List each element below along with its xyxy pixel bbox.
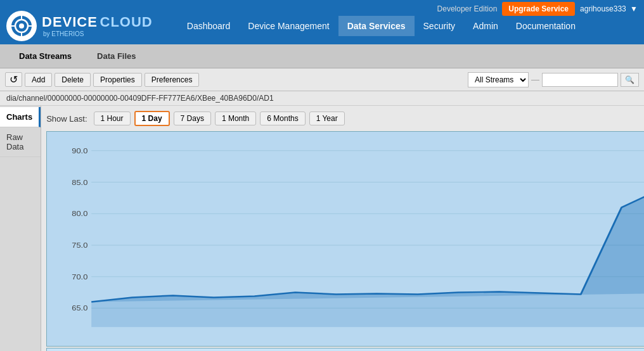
delete-button[interactable]: Delete	[55, 73, 91, 87]
show-last-label: Show Last:	[46, 114, 87, 124]
svg-text:65.0: 65.0	[72, 304, 87, 312]
sub-nav-data-streams[interactable]: Data Streams	[6, 46, 84, 66]
timeline-svg: ] [	[47, 348, 644, 351]
svg-rect-20	[47, 348, 644, 351]
nav-item-admin[interactable]: Admin	[464, 16, 507, 36]
upgrade-service-button[interactable]: Upgrade Service	[502, 2, 575, 16]
search-button[interactable]: 🔍	[621, 73, 639, 87]
nav-items: Dashboard Device Management Data Service…	[178, 16, 638, 36]
chart-area: Show Last: 1 Hour 1 Day 7 Days 1 Month 6…	[41, 106, 644, 351]
svg-text:80.0: 80.0	[72, 210, 87, 218]
time-btn-7days[interactable]: 7 Days	[174, 112, 211, 125]
time-btn-1hour[interactable]: 1 Hour	[94, 112, 131, 125]
sub-nav-data-files[interactable]: Data Files	[84, 46, 148, 66]
breadcrumb-bar: dia/channel/00000000-00000000-00409DFF-F…	[0, 91, 644, 106]
left-tabs: Charts Raw Data	[0, 106, 41, 351]
svg-text:75.0: 75.0	[72, 241, 87, 250]
tab-raw-data[interactable]: Raw Data	[0, 127, 41, 157]
logo-by: by ETHERIOS	[43, 30, 153, 37]
refresh-button[interactable]: ↺	[5, 72, 22, 87]
toolbar: ↺ Add Delete Properties Preferences All …	[0, 68, 644, 91]
time-btn-1month[interactable]: 1 Month	[215, 112, 256, 125]
breadcrumb: dia/channel/00000000-00000000-00409DFF-F…	[6, 94, 274, 103]
streams-select-wrap: All Streams — 🔍	[468, 72, 639, 87]
chart-toolbar: Show Last: 1 Hour 1 Day 7 Days 1 Month 6…	[46, 111, 644, 126]
nav-item-documentation[interactable]: Documentation	[507, 16, 584, 36]
header: Developer Edition Upgrade Service agriho…	[0, 0, 644, 44]
time-btn-1year[interactable]: 1 Year	[309, 112, 345, 125]
svg-text:85.0: 85.0	[72, 178, 87, 186]
time-btn-6months[interactable]: 6 Months	[260, 112, 305, 125]
username-label: agrihouse333	[580, 4, 626, 13]
chart-container: 90.0 85.0 80.0 75.0 70.0 65.0	[46, 131, 644, 347]
svg-point-2	[19, 23, 24, 29]
timeline-container[interactable]: ] [	[46, 348, 644, 351]
streams-select[interactable]: All Streams	[468, 72, 529, 87]
tab-charts[interactable]: Charts	[0, 107, 41, 127]
properties-button[interactable]: Properties	[93, 73, 142, 87]
add-button[interactable]: Add	[25, 73, 52, 87]
user-menu[interactable]: agrihouse333 ▼	[580, 4, 638, 13]
nav-item-device-management[interactable]: Device Management	[239, 16, 338, 36]
toolbar-divider: —	[531, 75, 539, 84]
dev-edition-label: Developer Edition	[437, 4, 498, 13]
nav-item-dashboard[interactable]: Dashboard	[178, 16, 240, 36]
time-btn-1day[interactable]: 1 Day	[134, 111, 170, 126]
user-dropdown-arrow[interactable]: ▼	[630, 4, 638, 13]
nav-item-data-services[interactable]: Data Services	[338, 16, 415, 36]
chart-svg: 90.0 85.0 80.0 75.0 70.0 65.0	[47, 132, 644, 346]
svg-text:70.0: 70.0	[72, 273, 87, 281]
sub-nav: Data Streams Data Files	[0, 44, 644, 68]
nav-item-security[interactable]: Security	[415, 16, 465, 36]
preferences-button[interactable]: Preferences	[145, 73, 200, 87]
logo-text: DEVICE CLOUD by ETHERIOS	[42, 15, 153, 37]
search-input[interactable]	[542, 73, 618, 87]
content: Charts Raw Data Show Last: 1 Hour 1 Day …	[0, 106, 644, 351]
svg-text:90.0: 90.0	[72, 147, 87, 155]
